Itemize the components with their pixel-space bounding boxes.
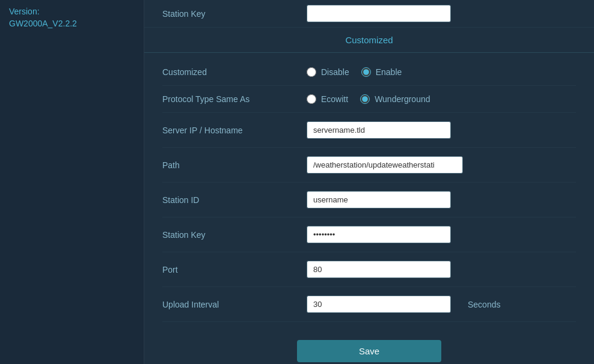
- station-id-controls: [307, 191, 576, 208]
- upload-interval-input[interactable]: [307, 296, 451, 313]
- station-key-row: Station Key: [162, 217, 576, 252]
- upload-interval-controls: Seconds: [307, 296, 576, 313]
- customized-enable-option[interactable]: Enable: [361, 67, 402, 77]
- port-controls: [307, 261, 576, 278]
- customized-row: Customized Disable Enable: [162, 59, 576, 86]
- upload-interval-row: Upload Interval Seconds: [162, 287, 576, 322]
- station-id-input[interactable]: [307, 191, 451, 208]
- protocol-type-label: Protocol Type Same As: [162, 94, 307, 104]
- main-content: Station Key Customized Customized Disabl…: [144, 0, 594, 364]
- port-label: Port: [162, 265, 307, 275]
- form-body: Customized Disable Enable Protocol Type …: [144, 53, 594, 364]
- top-partial-stationkey-row: Station Key: [144, 0, 594, 28]
- path-controls: [307, 156, 576, 174]
- station-id-row: Station ID: [162, 183, 576, 217]
- station-key-label: Station Key: [162, 230, 307, 240]
- protocol-ecowitt-radio[interactable]: [307, 94, 316, 104]
- customized-enable-label: Enable: [376, 67, 402, 77]
- server-ip-row: Server IP / Hostname: [162, 113, 576, 148]
- section-header-label: Customized: [345, 35, 393, 45]
- protocol-ecowitt-label: Ecowitt: [321, 94, 348, 104]
- server-ip-input[interactable]: [307, 121, 451, 139]
- path-row: Path: [162, 148, 576, 183]
- path-input[interactable]: [307, 156, 463, 174]
- server-ip-controls: [307, 121, 576, 139]
- protocol-wunderground-label: Wunderground: [375, 94, 430, 104]
- top-partial-stationkey-input[interactable]: [307, 5, 451, 22]
- path-label: Path: [162, 160, 307, 170]
- version-label: Version:: [9, 7, 40, 16]
- station-key-input[interactable]: [307, 226, 451, 243]
- protocol-type-controls: Ecowitt Wunderground: [307, 94, 576, 104]
- version-value: GW2000A_V2.2.2: [9, 19, 77, 28]
- customized-controls: Disable Enable: [307, 67, 576, 77]
- customized-disable-label: Disable: [321, 67, 349, 77]
- customized-disable-radio[interactable]: [307, 67, 316, 77]
- top-partial-stationkey-label: Station Key: [162, 9, 307, 19]
- customized-label: Customized: [162, 67, 307, 77]
- section-header: Customized: [144, 28, 594, 53]
- protocol-ecowitt-option[interactable]: Ecowitt: [307, 94, 348, 104]
- protocol-wunderground-radio[interactable]: [360, 94, 370, 104]
- server-ip-label: Server IP / Hostname: [162, 126, 307, 135]
- save-button-row: Save: [162, 322, 576, 364]
- upload-interval-label: Upload Interval: [162, 300, 307, 309]
- version-info: Version: GW2000A_V2.2.2: [9, 6, 135, 29]
- station-id-label: Station ID: [162, 195, 307, 205]
- customized-enable-radio[interactable]: [361, 67, 371, 77]
- seconds-label: Seconds: [468, 300, 500, 309]
- sidebar: Version: GW2000A_V2.2.2: [0, 0, 144, 364]
- protocol-type-row: Protocol Type Same As Ecowitt Wundergrou…: [162, 86, 576, 113]
- port-input[interactable]: [307, 261, 451, 278]
- port-row: Port: [162, 252, 576, 287]
- station-key-controls: [307, 226, 576, 243]
- customized-disable-option[interactable]: Disable: [307, 67, 349, 77]
- protocol-wunderground-option[interactable]: Wunderground: [360, 94, 430, 104]
- save-button[interactable]: Save: [297, 340, 441, 362]
